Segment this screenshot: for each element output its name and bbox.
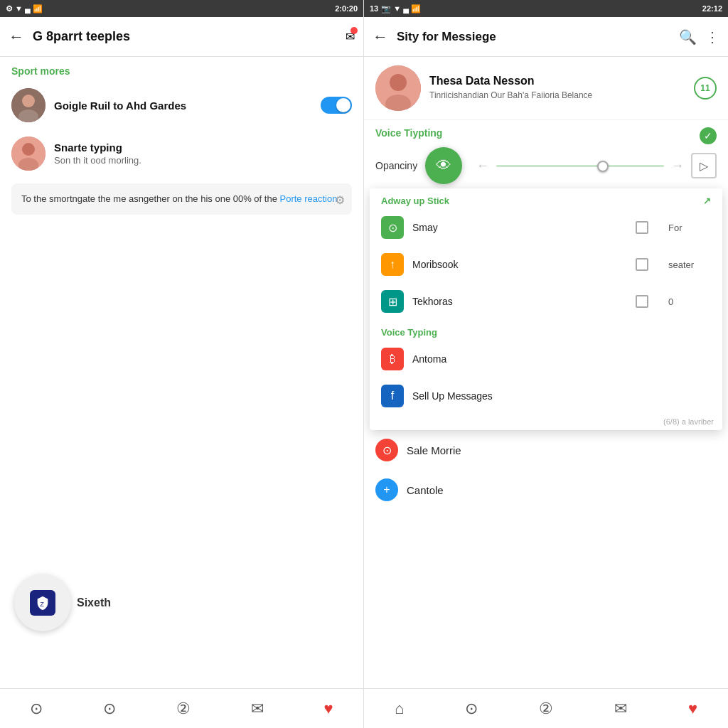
svg-point-8: [390, 74, 407, 91]
slider-left-arrow: ←: [476, 159, 489, 173]
left-nav-heart[interactable]: ♥: [318, 697, 339, 721]
right-nav-heart[interactable]: ♥: [682, 697, 703, 721]
sale-morrie-label: Sale Morrie: [407, 444, 461, 456]
left-nav-home[interactable]: ⊙: [24, 697, 48, 721]
heart-icon: ♥: [324, 700, 333, 718]
always-up-stick-label: Adway up Stick ↗: [370, 188, 722, 209]
profile-card: Thesa Data Nesson Tinriicishandian Our B…: [364, 57, 728, 120]
left-nav-mail[interactable]: ✉: [245, 697, 269, 721]
right-explore-icon: ⊙: [465, 700, 478, 718]
dropdown-footer: (6/8) a lavriber: [370, 414, 722, 430]
slider-thumb[interactable]: [597, 161, 609, 172]
cantole-icon: +: [375, 478, 398, 501]
left-nav-explore[interactable]: ⊙: [97, 697, 122, 721]
more-menu-icon[interactable]: ⋮: [705, 28, 719, 46]
item-title-goigle: Goigle Ruil to Ahd Gardes: [54, 100, 312, 112]
profile-subtitle: Tinriicishandian Our Bah'a Faiioria Bela…: [429, 90, 685, 102]
side-label-for: For: [668, 223, 711, 233]
dropdown-item-moribsook[interactable]: ↑ Moribsook seater: [370, 246, 722, 283]
left-status-icons: ⚙ ▼ ▄ 📶: [6, 4, 43, 14]
toggle-goigle[interactable]: [321, 97, 352, 114]
play-button[interactable]: ▷: [691, 153, 717, 178]
right-nav-explore[interactable]: ⊙: [459, 697, 483, 721]
profile-badge: 11: [694, 77, 717, 100]
avatar-female-1: [11, 136, 46, 171]
item-subtitle-snarte: Son th it ood morling.: [54, 155, 352, 166]
voice-typing-label: Voice Tiypting: [375, 127, 442, 139]
left-notification-icon[interactable]: ✉: [346, 30, 355, 43]
right-nav-home[interactable]: ⌂: [389, 697, 410, 721]
toggle-knob-goigle: [336, 98, 350, 112]
search-icon[interactable]: 🔍: [679, 28, 697, 46]
svg-point-4: [22, 143, 35, 156]
voice-typing-sub-label: Voice Typing: [370, 320, 722, 341]
left-back-button[interactable]: ←: [9, 28, 24, 46]
moribsook-icon: ↑: [381, 253, 404, 276]
list-item-snarte[interactable]: Snarte typing Son th it ood morling.: [0, 129, 363, 178]
fab-container: Z Sixeth: [14, 574, 111, 631]
opacity-label: Opanciny: [375, 160, 425, 171]
tekhoras-icon: ⊞: [381, 290, 404, 313]
fab-label: Sixeth: [77, 596, 111, 609]
left-status-bar: ⚙ ▼ ▄ 📶 2:0:20: [0, 0, 363, 17]
fab-shield-icon: Z: [30, 590, 55, 616]
right-panel: 13 📷 ▼ ▄ 📶 22:12 ← Sity for Messiege 🔍 ⋮…: [364, 0, 728, 728]
side-label-seater: seater: [668, 259, 711, 270]
right-bottom-nav: ⌂ ⊙ ② ✉ ♥: [364, 688, 728, 728]
fab-button[interactable]: Z: [14, 574, 71, 631]
left-status-time: 2:0:20: [335, 4, 358, 13]
item-text-goigle: Goigle Ruil to Ahd Gardes: [54, 100, 312, 112]
sale-morrie-icon: ⊙: [375, 439, 398, 461]
right-nav-mail[interactable]: ✉: [609, 697, 633, 721]
list-item-goigle[interactable]: Goigle Ruil to Ahd Gardes: [0, 81, 363, 129]
message-link[interactable]: Porte reaction: [280, 193, 338, 204]
item-text-snarte: Snarte typing Son th it ood morling.: [54, 141, 352, 166]
svg-text:Z: Z: [40, 601, 44, 608]
voice-check-icon: ✓: [700, 127, 717, 144]
extra-item-cantole[interactable]: + Cantole: [364, 470, 728, 510]
right-number-icon: ②: [539, 700, 553, 718]
right-status-left: 13: [370, 4, 378, 13]
left-panel: ⚙ ▼ ▄ 📶 2:0:20 ← G 8parrt teeples ✉ Spor…: [0, 0, 364, 728]
right-top-bar: ← Sity for Messiege 🔍 ⋮: [364, 17, 728, 57]
right-heart-icon: ♥: [688, 700, 697, 718]
extra-item-sale-morrie[interactable]: ⊙ Sale Morrie: [364, 430, 728, 470]
smay-checkbox[interactable]: [636, 221, 648, 234]
right-status-icons: 📷 ▼ ▄ 📶: [381, 4, 421, 14]
cantole-label: Cantole: [407, 484, 444, 496]
tekhoras-label: Tekhoras: [412, 296, 627, 307]
right-home-icon: ⌂: [395, 700, 404, 718]
right-back-button[interactable]: ←: [373, 28, 388, 46]
right-content: Thesa Data Nesson Tinriicishandian Our B…: [364, 57, 728, 688]
voice-typing-section: Voice Tiypting ✓ Opanciny 👁 ← → ▷: [364, 120, 728, 188]
dropdown-menu: Adway up Stick ↗ ⊙ Smay For ↑ Moribsook …: [370, 188, 722, 430]
dropdown-item-tekhoras[interactable]: ⊞ Tekhoras 0: [370, 283, 722, 320]
number-icon: ②: [176, 700, 191, 718]
tekhoras-checkbox[interactable]: [636, 295, 648, 308]
dropdown-item-sell-up[interactable]: f Sell Up Messages: [370, 378, 722, 414]
svg-point-1: [22, 95, 35, 107]
right-status-bar: 13 📷 ▼ ▄ 📶 22:12: [364, 0, 728, 17]
dropdown-item-antoma[interactable]: ₿ Antoma: [370, 341, 722, 378]
dropdown-item-smay[interactable]: ⊙ Smay For: [370, 209, 722, 246]
expand-icon: ↗: [703, 196, 711, 206]
smay-icon: ⊙: [381, 216, 404, 239]
left-nav-number[interactable]: ②: [171, 697, 196, 721]
left-top-bar: ← G 8parrt teeples ✉: [0, 17, 363, 57]
eye-icon[interactable]: 👁: [425, 147, 462, 184]
explore-icon: ⊙: [103, 700, 116, 718]
right-nav-number[interactable]: ②: [533, 697, 559, 721]
moribsook-checkbox[interactable]: [636, 258, 648, 271]
sell-up-icon: f: [381, 385, 404, 407]
left-content: Sport mores Goigle Ruil to Ahd Gardes: [0, 57, 363, 688]
smay-label: Smay: [412, 222, 627, 233]
gear-icon[interactable]: ⚙: [335, 192, 345, 209]
left-title: G 8parrt teeples: [33, 29, 337, 44]
antoma-label: Antoma: [412, 353, 711, 365]
item-title-snarte: Snarte typing: [54, 141, 352, 154]
left-bottom-nav: ⊙ ⊙ ② ✉ ♥: [0, 688, 363, 728]
slider-track[interactable]: [496, 165, 664, 167]
notification-badge-dot: [350, 27, 358, 34]
sport-mores-label: Sport mores: [0, 57, 363, 81]
slider-right-arrow: →: [671, 159, 684, 173]
